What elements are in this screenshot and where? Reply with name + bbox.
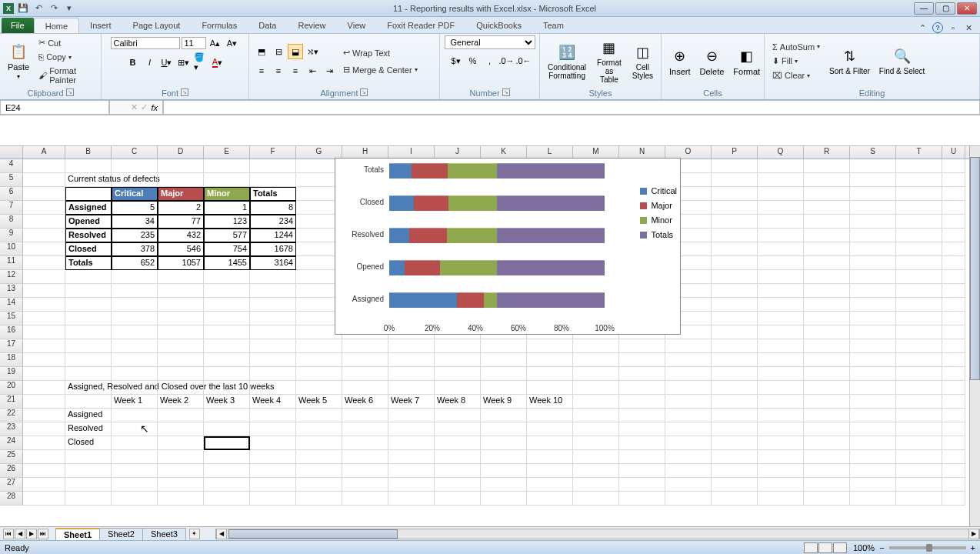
align-top-icon[interactable]: ⬒ [254, 44, 269, 59]
cell-L19[interactable] [527, 367, 573, 381]
cell-N25[interactable] [619, 450, 665, 464]
font-size-select[interactable] [182, 37, 206, 49]
cell-A10[interactable] [23, 242, 65, 256]
cell-H18[interactable] [342, 353, 388, 367]
file-tab[interactable]: File [2, 18, 34, 33]
cell-Q7[interactable] [758, 201, 804, 215]
cell-R25[interactable] [804, 450, 850, 464]
cell-A23[interactable] [23, 422, 65, 436]
cell-B13[interactable] [65, 284, 112, 298]
row-header-26[interactable]: 26 [0, 464, 23, 478]
cell-U18[interactable] [942, 353, 965, 367]
font-launcher[interactable]: ↘ [181, 88, 188, 96]
cell-E9[interactable]: 577 [204, 229, 250, 242]
cell-R21[interactable] [804, 395, 850, 409]
row-header-12[interactable]: 12 [0, 270, 23, 284]
cell-Q25[interactable] [758, 450, 804, 464]
cell-T12[interactable] [896, 270, 942, 284]
worksheet-grid[interactable]: ABCDEFGHIJKLMNOPQRSTU 456789101112131415… [0, 146, 980, 523]
page-break-view-button[interactable] [833, 542, 847, 553]
cell-U24[interactable] [942, 436, 965, 450]
cell-R19[interactable] [804, 367, 850, 381]
cell-U23[interactable] [942, 422, 965, 436]
paste-button[interactable]: 📋 Paste ▾ [5, 41, 32, 82]
cell-T17[interactable] [896, 339, 942, 353]
fill-button[interactable]: ⬇Fill▾ [769, 55, 823, 68]
cell-O21[interactable] [665, 395, 712, 409]
cell-P20[interactable] [712, 381, 758, 395]
cell-E23[interactable] [204, 422, 250, 436]
cell-J20[interactable] [435, 381, 481, 395]
cell-D7[interactable]: 2 [158, 201, 204, 215]
cell-K24[interactable] [481, 436, 527, 450]
tab-data[interactable]: Data [248, 18, 287, 33]
cell-P7[interactable] [712, 201, 758, 215]
col-header-S[interactable]: S [850, 146, 896, 159]
cell-F21[interactable]: Week 4 [250, 395, 296, 409]
row-header-16[interactable]: 16 [0, 325, 23, 339]
cell-S23[interactable] [850, 422, 896, 436]
cell-N21[interactable] [619, 395, 665, 409]
cell-C19[interactable] [112, 367, 158, 381]
formula-bar[interactable] [163, 100, 980, 115]
tab-page-layout[interactable]: Page Layout [122, 18, 192, 33]
cell-U25[interactable] [942, 450, 965, 464]
cell-B10[interactable]: Closed [65, 242, 112, 256]
cell-C23[interactable] [112, 422, 158, 436]
cell-C20[interactable] [112, 381, 158, 395]
grow-font-icon[interactable]: A▴ [208, 35, 223, 51]
sort-filter-button[interactable]: ⇅Sort & Filter [826, 45, 873, 77]
cell-C12[interactable] [112, 270, 158, 284]
cell-J27[interactable] [435, 478, 481, 492]
cell-T28[interactable] [896, 492, 942, 506]
wrap-text-button[interactable]: ↩Wrap Text [340, 46, 421, 59]
cell-N18[interactable] [619, 353, 665, 367]
cell-H19[interactable] [342, 367, 388, 381]
row-header-6[interactable]: 6 [0, 187, 23, 201]
cell-D23[interactable] [158, 422, 204, 436]
cell-A26[interactable] [23, 464, 65, 478]
cell-T25[interactable] [896, 450, 942, 464]
cell-M18[interactable] [573, 353, 619, 367]
sheet-tab-sheet2[interactable]: Sheet2 [99, 528, 143, 540]
cell-A22[interactable] [23, 409, 65, 422]
cell-H26[interactable] [342, 464, 388, 478]
cell-H22[interactable] [342, 409, 388, 422]
cell-Q13[interactable] [758, 284, 804, 298]
cell-N24[interactable] [619, 436, 665, 450]
cell-T13[interactable] [896, 284, 942, 298]
cell-A13[interactable] [23, 284, 65, 298]
cell-A11[interactable] [23, 256, 65, 270]
cell-R26[interactable] [804, 464, 850, 478]
cell-I24[interactable] [388, 436, 435, 450]
cell-K22[interactable] [481, 409, 527, 422]
cell-R7[interactable] [804, 201, 850, 215]
tab-foxit[interactable]: Foxit Reader PDF [376, 18, 465, 33]
cell-H27[interactable] [342, 478, 388, 492]
cell-G24[interactable] [296, 436, 342, 450]
cell-S7[interactable] [850, 201, 896, 215]
cell-F17[interactable] [250, 339, 296, 353]
cell-B14[interactable] [65, 298, 112, 312]
alignment-launcher[interactable]: ↘ [360, 88, 368, 96]
increase-indent-icon[interactable]: ⇥ [322, 63, 337, 78]
cell-P10[interactable] [712, 242, 758, 256]
cell-C26[interactable] [112, 464, 158, 478]
qat-menu-icon[interactable]: ▾ [63, 2, 75, 15]
row-header-23[interactable]: 23 [0, 422, 23, 436]
sheet-tab-sheet3[interactable]: Sheet3 [142, 528, 186, 540]
col-header-P[interactable]: P [712, 146, 758, 159]
cell-J23[interactable] [435, 422, 481, 436]
cell-B23[interactable]: Resolved [65, 422, 112, 436]
cell-L20[interactable] [527, 381, 573, 395]
cell-F15[interactable] [250, 312, 296, 325]
cell-U19[interactable] [942, 367, 965, 381]
cell-I22[interactable] [388, 409, 435, 422]
cell-R17[interactable] [804, 339, 850, 353]
cell-G20[interactable] [296, 381, 342, 395]
sheet-nav-next[interactable]: ▶ [26, 529, 37, 539]
maximize-button[interactable]: ▢ [935, 2, 955, 15]
cell-E11[interactable]: 1455 [204, 256, 250, 270]
sheet-tab-sheet1[interactable]: Sheet1 [55, 528, 100, 540]
cell-K26[interactable] [481, 464, 527, 478]
